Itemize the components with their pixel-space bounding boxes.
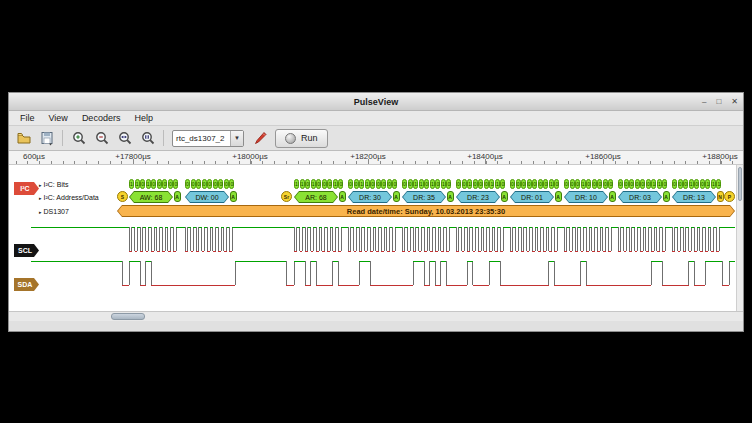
- ruler-minor-tick: [168, 161, 169, 164]
- annotation-text: DW: 00: [186, 192, 228, 202]
- annotation-text: DR: 23: [457, 192, 499, 202]
- ruler-minor-tick: [121, 161, 122, 164]
- i2c-byte-annotation: AR: 68: [294, 191, 338, 203]
- i2c-bit-annotation: 0: [538, 179, 543, 189]
- i2c-bit-annotation: 0: [543, 179, 548, 189]
- i2c-bit-annotation: 1: [651, 179, 656, 189]
- annotation-text: DR: 10: [565, 192, 607, 202]
- expand-arrow-icon[interactable]: ▸: [39, 195, 42, 201]
- annotation-text: AW: 68: [130, 192, 172, 202]
- i2c-bit-annotation: 1: [146, 179, 151, 189]
- decoder-row-1[interactable]: ▸I²C: Address/Data: [39, 192, 99, 203]
- chevron-down-icon[interactable]: ▼: [230, 131, 243, 146]
- ruler-minor-tick: [403, 161, 404, 164]
- i2c-ack-marker: A: [501, 191, 508, 202]
- titlebar[interactable]: PulseView – □ ✕: [9, 93, 743, 111]
- i2c-bit-annotation: 0: [173, 179, 178, 189]
- screen-background: { "window": { "title": "PulseView", "but…: [0, 0, 752, 423]
- zoom-one-to-one-button[interactable]: [137, 128, 158, 149]
- i2c-bit-annotation: 1: [311, 179, 316, 189]
- i2c-marker-start: S: [117, 191, 128, 202]
- ruler-minor-tick: [286, 161, 287, 164]
- zoom-out-button[interactable]: [91, 128, 112, 149]
- i2c-bit-annotation: 0: [554, 179, 559, 189]
- i2c-bit-annotation: 0: [392, 179, 397, 189]
- ruler-minor-tick: [262, 161, 263, 164]
- menu-file[interactable]: File: [13, 112, 42, 124]
- i2c-byte-annotation: DR: 30: [348, 191, 392, 203]
- menu-view[interactable]: View: [42, 112, 75, 124]
- ruler-minor-tick: [627, 161, 628, 164]
- i2c-bit-annotation: 0: [635, 179, 640, 189]
- i2c-bit-annotation: 0: [473, 179, 478, 189]
- i2c-ack-marker: A: [393, 191, 400, 202]
- vertical-scrollbar-thumb[interactable]: [738, 167, 742, 201]
- i2c-bit-annotation: 0: [608, 179, 613, 189]
- ruler-minor-tick: [239, 161, 240, 164]
- sda-channel-tag[interactable]: SDA: [14, 278, 39, 291]
- i2c-ack-marker: A: [555, 191, 562, 202]
- ruler-minor-tick: [345, 161, 346, 164]
- annotation-text: DR: 03: [619, 192, 661, 202]
- i2c-nack-marker: N: [717, 191, 724, 202]
- maximize-button[interactable]: □: [716, 98, 721, 106]
- ruler-label: 600µs: [23, 152, 45, 161]
- ruler-minor-tick: [356, 161, 357, 164]
- horizontal-scrollbar-thumb[interactable]: [111, 313, 145, 320]
- ruler-minor-tick: [427, 161, 428, 164]
- ruler-minor-tick: [474, 161, 475, 164]
- i2c-bit-annotation: 0: [478, 179, 483, 189]
- zoom-fit-button[interactable]: [114, 128, 135, 149]
- ruler-minor-tick: [204, 161, 205, 164]
- horizontal-scrollbar[interactable]: [9, 311, 743, 321]
- i2c-bit-annotation: 0: [151, 179, 156, 189]
- decoder-row-0[interactable]: ▸I²C: Bits: [39, 179, 68, 190]
- i2c-bit-annotation: 1: [689, 179, 694, 189]
- session-file-combobox[interactable]: rtc_ds1307_2 ▼: [172, 130, 244, 147]
- zoom-in-icon: [71, 130, 87, 146]
- ruler-minor-tick: [497, 161, 498, 164]
- close-button[interactable]: ✕: [731, 98, 738, 106]
- i2c-bit-annotation: 1: [716, 179, 721, 189]
- i2c-bit-annotation: 1: [359, 179, 364, 189]
- i2c-bit-annotation: 0: [570, 179, 575, 189]
- i2c-decoder-tag[interactable]: I²C: [14, 182, 39, 195]
- i2c-bit-annotation: 0: [646, 179, 651, 189]
- minimize-button[interactable]: –: [702, 98, 706, 106]
- i2c-bit-annotation: 0: [424, 179, 429, 189]
- i2c-bit-annotation: 0: [408, 179, 413, 189]
- open-file-button[interactable]: [13, 128, 34, 149]
- ruler-minor-tick: [509, 161, 510, 164]
- ruler-minor-tick: [650, 161, 651, 164]
- i2c-bit-annotation: 0: [196, 179, 201, 189]
- ruler-minor-tick: [51, 161, 52, 164]
- i2c-bit-annotation: 0: [527, 179, 532, 189]
- expand-arrow-icon[interactable]: ▸: [39, 209, 42, 215]
- run-button[interactable]: Run: [275, 129, 328, 148]
- i2c-bit-annotation: 0: [191, 179, 196, 189]
- ruler-minor-tick: [638, 161, 639, 164]
- vertical-scrollbar[interactable]: [736, 165, 743, 311]
- expand-arrow-icon[interactable]: ▸: [39, 182, 42, 188]
- i2c-bit-annotation: 1: [441, 179, 446, 189]
- i2c-bit-annotation: 0: [354, 179, 359, 189]
- menu-help[interactable]: Help: [127, 112, 160, 124]
- scl-channel-tag[interactable]: SCL: [14, 244, 39, 257]
- zoom-one-to-one-icon: [140, 130, 156, 146]
- window-title: PulseView: [354, 97, 398, 107]
- open-file-icon: [16, 130, 32, 146]
- time-ruler: 600µs+17800µs+18000µs+18200µs+18400µs+18…: [9, 151, 743, 165]
- zoom-in-button[interactable]: [68, 128, 89, 149]
- ruler-minor-tick: [63, 161, 64, 164]
- menu-decoders[interactable]: Decoders: [75, 112, 128, 124]
- i2c-ack-marker: A: [174, 191, 181, 202]
- decoder-row-2[interactable]: ▸DS1307: [39, 206, 69, 217]
- i2c-bit-annotation: 0: [456, 179, 461, 189]
- i2c-bit-annotation: 0: [624, 179, 629, 189]
- save-session-button[interactable]: [36, 128, 57, 149]
- i2c-bit-annotation: 0: [510, 179, 515, 189]
- ruler-minor-tick: [568, 161, 569, 164]
- i2c-bit-annotation: 1: [333, 179, 338, 189]
- probe-config-button[interactable]: [249, 128, 270, 149]
- i2c-bit-annotation: 0: [575, 179, 580, 189]
